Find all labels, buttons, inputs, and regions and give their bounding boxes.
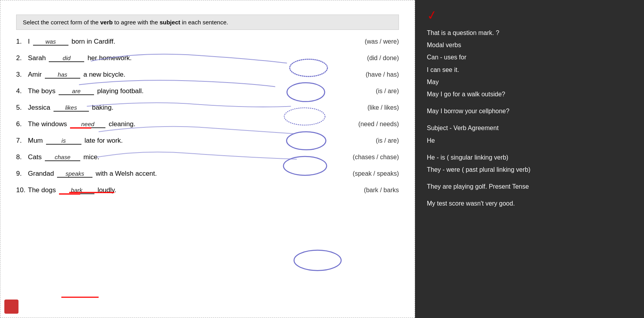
question-text: The boys are playing football. (28, 87, 320, 95)
question-after: loudly. (98, 186, 116, 194)
answer-blank: speaks (57, 170, 92, 178)
question-before: I (28, 38, 30, 46)
pdf-icon[interactable] (4, 300, 18, 314)
answer-blank: likes (54, 104, 89, 112)
answer-blank: did (49, 55, 84, 62)
question-item: 3.Amir has a new bicycle.(have / has) (16, 71, 399, 79)
sidebar-note: May (427, 77, 632, 87)
answer-blank: is (46, 137, 81, 145)
question-choices: (did / done) (320, 55, 399, 62)
question-number: 3. (16, 71, 28, 79)
sidebar-note: He (427, 135, 632, 146)
sidebar-note: Subject - Verb Agreement (427, 123, 632, 133)
question-text: The dogs bark loudly. (28, 186, 320, 194)
question-before: Mum (28, 137, 43, 145)
sidebar-note: I can see it. (427, 64, 632, 75)
question-item: 8.Cats chase mice.(chases / chase) (16, 153, 399, 161)
answer-blank: are (59, 88, 94, 95)
question-after: with a Welsh accent. (96, 170, 157, 178)
question-text: The windows need cleaning. (28, 120, 320, 128)
question-text: Cats chase mice. (28, 153, 320, 161)
question-before: Cats (28, 153, 42, 161)
sidebar-note: Can - uses for (427, 52, 632, 62)
question-choices: (need / needs) (320, 121, 399, 128)
question-item: 5.Jessica likes baking.(like / likes) (16, 104, 399, 112)
question-number: 2. (16, 54, 28, 62)
question-after: born in Cardiff. (72, 38, 115, 46)
question-before: The dogs (28, 186, 56, 194)
instructions-text: Select the correct form of the verb to a… (23, 19, 228, 26)
question-item: 6.The windows need cleaning.(need / need… (16, 120, 399, 128)
question-text: Jessica likes baking. (28, 104, 320, 112)
question-after: playing football. (97, 87, 144, 95)
question-number: 6. (16, 120, 28, 128)
answer-blank: bark (59, 187, 94, 194)
sidebar-panel: ✓ That is a question mark. ?Modal verbsC… (415, 0, 644, 318)
question-choices: (is / are) (320, 137, 399, 144)
question-number: 4. (16, 87, 28, 95)
sidebar-note: May I borrow your cellphone? (427, 106, 632, 116)
sidebar-note: Modal verbs (427, 40, 632, 50)
question-item: 9.Grandad speaks with a Welsh accent.(sp… (16, 170, 399, 178)
question-choices: (chases / chase) (320, 154, 399, 161)
checkmark-icon: ✓ (426, 7, 439, 24)
question-choices: (like / likes) (320, 104, 399, 111)
answer-blank: was (33, 38, 68, 46)
question-number: 7. (16, 137, 28, 145)
question-before: The boys (28, 87, 55, 95)
question-before: Amir (28, 71, 42, 79)
question-choices: (is / are) (320, 88, 399, 95)
question-item: 2.Sarah did her homework.(did / done) (16, 54, 399, 62)
question-after: mice. (83, 153, 100, 161)
question-item: 10.The dogs bark loudly.(bark / barks (16, 186, 399, 194)
svg-point-5 (294, 250, 341, 270)
question-text: I was born in Cardiff. (28, 38, 320, 46)
question-number: 10. (16, 186, 28, 194)
answer-blank: need (70, 121, 105, 128)
worksheet-panel: Select the correct form of the verb to a… (0, 0, 415, 318)
question-list: 1.I was born in Cardiff.(was / were)2.Sa… (16, 38, 399, 194)
question-choices: (was / were) (320, 38, 399, 45)
answer-blank: chase (45, 154, 80, 161)
question-item: 7.Mum is late for work.(is / are) (16, 137, 399, 145)
question-after: late for work. (85, 137, 123, 145)
question-number: 1. (16, 38, 28, 46)
sidebar-note: My test score wasn't very good. (427, 198, 632, 209)
question-after: her homework. (87, 54, 131, 62)
question-choices: (speak / speaks) (320, 170, 399, 177)
worksheet-instructions: Select the correct form of the verb to a… (16, 15, 399, 30)
question-before: Grandad (28, 170, 54, 178)
question-text: Grandad speaks with a Welsh accent. (28, 170, 320, 178)
question-choices: (bark / barks (320, 187, 399, 194)
answer-blank: has (45, 71, 80, 79)
question-after: a new bicycle. (83, 71, 125, 79)
question-text: Sarah did her homework. (28, 54, 320, 62)
sidebar-note: They are playing golf. Present Tense (427, 181, 632, 192)
question-before: The windows (28, 120, 67, 128)
question-after: baking. (92, 104, 114, 112)
question-after: cleaning. (109, 120, 135, 128)
question-number: 5. (16, 104, 28, 112)
question-before: Sarah (28, 54, 46, 62)
question-before: Jessica (28, 104, 50, 112)
question-choices: (have / has) (320, 71, 399, 78)
question-text: Mum is late for work. (28, 137, 320, 145)
sidebar-note: That is a question mark. ? (427, 28, 632, 38)
sidebar-notes: That is a question mark. ?Modal verbsCan… (427, 28, 632, 209)
sidebar-note: They - were ( past plural linking verb) (427, 164, 632, 175)
sidebar-note: He - is ( singular linking verb) (427, 152, 632, 163)
sidebar-note: May I go for a walk outside? (427, 89, 632, 99)
question-item: 4.The boys are playing football.(is / ar… (16, 87, 399, 95)
question-number: 8. (16, 153, 28, 161)
question-item: 1.I was born in Cardiff.(was / were) (16, 38, 399, 46)
question-number: 9. (16, 170, 28, 178)
question-text: Amir has a new bicycle. (28, 71, 320, 79)
